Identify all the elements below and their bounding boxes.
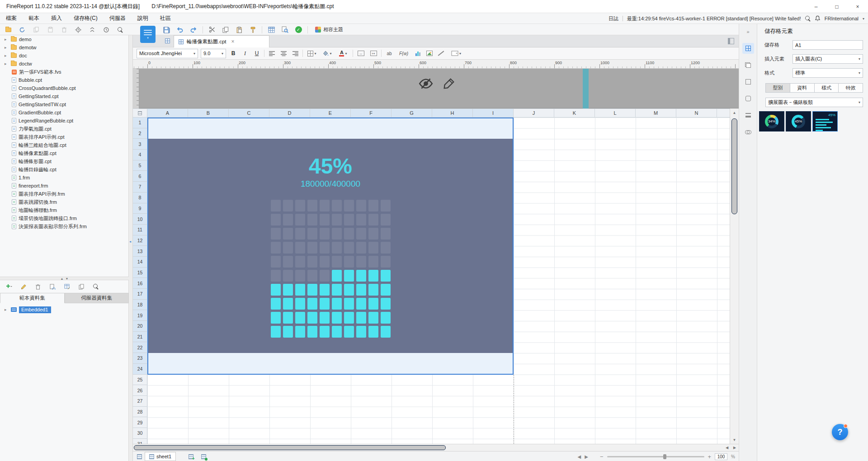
edit-pencil-icon[interactable]: [442, 77, 456, 90]
scroll-up-icon[interactable]: ▲: [730, 108, 739, 117]
row-header-23[interactable]: 23: [133, 353, 147, 364]
tree-file[interactable]: 決策报表圖表顯示部分系列.frm: [0, 222, 128, 230]
delete-file-icon[interactable]: [60, 25, 69, 34]
chart-thumbnail-3[interactable]: 45%: [812, 111, 838, 132]
scroll-left-icon[interactable]: ◀: [723, 445, 731, 451]
row-header-18[interactable]: 18: [133, 300, 147, 310]
notification-bell-icon[interactable]: [815, 15, 821, 22]
format-painter-icon[interactable]: [248, 25, 257, 34]
paste-file-icon[interactable]: [46, 25, 55, 34]
tree-file[interactable]: Bubble.cpt: [0, 76, 128, 84]
hide-eye-slash-icon[interactable]: [418, 76, 434, 91]
add-grid-sheet-icon[interactable]: [186, 452, 195, 461]
scroll-down-icon[interactable]: ▼: [730, 436, 739, 444]
panel-splitter[interactable]: ▲ ▼: [0, 277, 129, 280]
panel-collapse-gutter[interactable]: ◂: [129, 35, 133, 461]
tree-file[interactable]: 圖表跳躍切換.frm: [0, 198, 128, 206]
refresh-icon[interactable]: [18, 25, 27, 34]
account-dropdown-icon[interactable]: ▾: [863, 17, 864, 21]
locate-file-icon[interactable]: [74, 25, 83, 34]
column-header-K[interactable]: K: [554, 109, 595, 117]
search-icon[interactable]: [805, 16, 811, 21]
help-button[interactable]: ?: [832, 424, 848, 440]
splitter-down-icon[interactable]: ▼: [66, 277, 69, 280]
row-header-31[interactable]: 31: [133, 439, 147, 444]
row-header-21[interactable]: 21: [133, 332, 147, 343]
collapse-left-icon[interactable]: ◂: [129, 240, 131, 244]
align-center-icon[interactable]: [279, 49, 288, 58]
tree-file[interactable]: 1.frm: [0, 174, 128, 182]
column-header-D[interactable]: D: [269, 109, 310, 117]
float-element-icon[interactable]: [742, 60, 754, 71]
undo-icon[interactable]: [175, 25, 184, 34]
menu-item-儲存格(C)[interactable]: 儲存格(C): [68, 13, 104, 24]
row-header-5[interactable]: 5: [133, 160, 147, 171]
row-header-14[interactable]: 14: [133, 257, 147, 268]
copy-dataset-icon[interactable]: [77, 282, 86, 291]
zoom-value[interactable]: 100: [715, 453, 727, 460]
column-header-L[interactable]: L: [595, 109, 636, 117]
save-icon[interactable]: [162, 25, 171, 34]
maximize-button[interactable]: □: [826, 0, 847, 13]
select-all-corner[interactable]: [133, 108, 147, 118]
tree-file[interactable]: 輪播目錄齒輪.cpt: [0, 165, 128, 174]
tree-file[interactable]: 圖表排序API示例.cpt: [0, 133, 128, 141]
expand-arrow-icon[interactable]: ▸: [5, 35, 9, 43]
menu-item-檔案[interactable]: 檔案: [0, 13, 23, 24]
font-color-dropdown[interactable]: A▾: [336, 49, 350, 58]
compat-theme-button[interactable]: 相容主題: [312, 25, 346, 34]
menu-item-插入[interactable]: 插入: [45, 13, 68, 24]
chart-thumbnail-2[interactable]: 45%: [786, 111, 811, 132]
vertical-scrollbar[interactable]: ▲ ▼: [730, 108, 739, 444]
insert-image-icon[interactable]: [425, 49, 434, 58]
widget-settings-icon[interactable]: [742, 93, 754, 104]
column-header-E[interactable]: E: [310, 109, 351, 117]
row-header-27[interactable]: 27: [133, 396, 147, 407]
chart-thumbnail-1[interactable]: 34%: [759, 111, 784, 132]
menu-item-伺服器[interactable]: 伺服器: [104, 13, 132, 24]
cell-attribute-icon[interactable]: [742, 76, 754, 87]
tree-file[interactable]: CrossQuadrantBubble.cpt: [0, 84, 128, 92]
tree-file[interactable]: GettingStarted.cpt: [0, 92, 128, 100]
row-header-13[interactable]: 13: [133, 246, 147, 257]
add-dataset-icon[interactable]: [5, 282, 14, 291]
tree-file[interactable]: 輪播像素點圖.cpt: [0, 149, 128, 157]
row-header-4[interactable]: 4: [133, 150, 147, 160]
copy-icon[interactable]: [221, 25, 230, 34]
zoom-out-icon[interactable]: −: [600, 453, 604, 460]
scroll-right-icon[interactable]: ▶: [731, 445, 738, 451]
column-header-H[interactable]: H: [432, 109, 473, 117]
panel-toggle-icon[interactable]: [728, 38, 734, 44]
preview-icon[interactable]: [280, 25, 289, 34]
horizontal-scroll-thumb[interactable]: [134, 445, 446, 450]
tree-file[interactable]: LegendRangeBubble.cpt: [0, 117, 128, 125]
tab-close-icon[interactable]: ×: [231, 38, 235, 45]
minimize-button[interactable]: –: [806, 0, 826, 13]
sheet-tab-active[interactable]: sheet1: [145, 452, 176, 461]
column-header-C[interactable]: C: [229, 109, 269, 117]
column-header-J[interactable]: J: [514, 109, 554, 117]
row-header-15[interactable]: 15: [133, 268, 147, 278]
selected-report-block[interactable]: 45% 180000/400000: [147, 118, 514, 375]
font-family-select[interactable]: Microsoft JhengHei▾: [137, 49, 198, 58]
row-header-12[interactable]: 12: [133, 235, 147, 246]
row-header-7[interactable]: 7: [133, 182, 147, 193]
expand-arrow-icon[interactable]: ▸: [5, 60, 9, 68]
copy-file-icon[interactable]: [32, 25, 41, 34]
tree-file[interactable]: finereport.frm: [0, 182, 128, 190]
cell-format-select[interactable]: 標準▾: [793, 68, 863, 78]
cut-icon[interactable]: [208, 25, 217, 34]
column-header-B[interactable]: B: [188, 109, 229, 117]
row-header-10[interactable]: 10: [133, 214, 147, 225]
next-sheet-icon[interactable]: ▶: [585, 454, 588, 459]
unmerge-cells-icon[interactable]: ↦: [368, 49, 378, 58]
close-button[interactable]: ×: [847, 0, 868, 13]
cell-ref-input[interactable]: [793, 40, 863, 50]
fill-color-dropdown[interactable]: ▾: [321, 49, 334, 58]
redo-icon[interactable]: [189, 25, 198, 34]
log-link[interactable]: 日誌: [609, 15, 618, 22]
row-header-25[interactable]: 25: [133, 375, 147, 386]
tree-folder-doctw[interactable]: ▸doctw: [0, 60, 128, 68]
run-check-icon[interactable]: ✓: [294, 25, 303, 34]
tree-file[interactable]: 輪播條形圖.cpt: [0, 157, 128, 165]
